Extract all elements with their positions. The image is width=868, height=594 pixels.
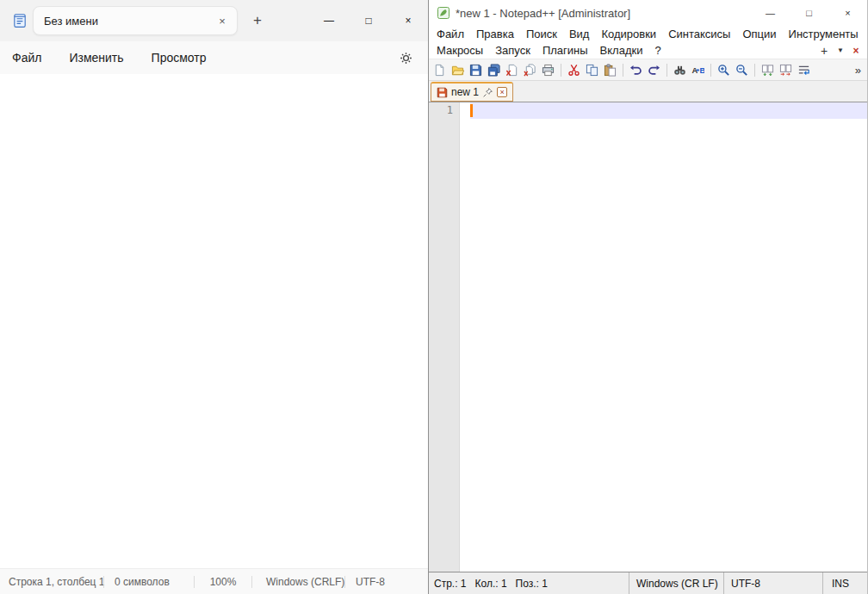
undo-button[interactable] bbox=[628, 62, 644, 78]
menu-edit[interactable]: Правка bbox=[470, 27, 520, 41]
close-all-files-icon bbox=[524, 64, 536, 77]
document-tab[interactable]: Без имени × bbox=[33, 6, 238, 35]
close-button[interactable]: × bbox=[388, 0, 428, 41]
redo-button[interactable] bbox=[646, 62, 662, 78]
cut-button[interactable] bbox=[566, 62, 582, 78]
text-area[interactable] bbox=[470, 102, 867, 572]
menu-encoding[interactable]: Кодировки bbox=[595, 27, 662, 41]
menu-row-2: Макросы Запуск Плагины Вкладки ? + ▼ × bbox=[431, 42, 865, 59]
npp-menubar: Файл Правка Поиск Вид Кодировки Синтакси… bbox=[429, 26, 867, 59]
pin-icon[interactable] bbox=[482, 87, 493, 98]
menu-edit[interactable]: Изменить bbox=[60, 46, 132, 70]
print-button[interactable] bbox=[540, 62, 556, 78]
menubar-extra-buttons: + ▼ × bbox=[816, 43, 865, 58]
zoom-level[interactable]: 100% bbox=[195, 576, 251, 588]
paste-icon bbox=[604, 64, 617, 77]
zoom-in-button[interactable] bbox=[716, 62, 732, 78]
open-file-button[interactable] bbox=[450, 62, 466, 78]
menu-language[interactable]: Синтаксисы bbox=[662, 27, 736, 41]
window-title: *new 1 - Notepad++ [Administrator] bbox=[456, 7, 630, 20]
menu-view[interactable]: Просмотр bbox=[143, 46, 215, 70]
replace-icon: AB bbox=[691, 64, 704, 77]
notepad-app-icon bbox=[12, 13, 28, 28]
save-all-button[interactable] bbox=[486, 62, 502, 78]
replace-button[interactable]: AB bbox=[690, 62, 706, 78]
undo-icon bbox=[629, 64, 642, 77]
menu-macro[interactable]: Макросы bbox=[431, 43, 489, 58]
cut-icon bbox=[567, 64, 580, 77]
menu-help[interactable]: ? bbox=[648, 43, 666, 58]
line-ending[interactable]: Windows (CR LF) bbox=[629, 572, 723, 594]
sync-vertical-scroll-icon bbox=[761, 64, 774, 77]
insert-mode[interactable]: INS bbox=[822, 572, 867, 594]
window-controls: — □ × bbox=[751, 0, 867, 26]
npp-titlebar: *new 1 - Notepad++ [Administrator] — □ × bbox=[429, 0, 867, 26]
copy-button[interactable] bbox=[584, 62, 600, 78]
menu-row-1: Файл Правка Поиск Вид Кодировки Синтакси… bbox=[431, 26, 865, 42]
paste-button[interactable] bbox=[602, 62, 618, 78]
sync-vertical-scroll-button[interactable] bbox=[760, 62, 776, 78]
npp-statusbar: Стр.: 1 Кол.: 1 Поз.: 1 Windows (CR LF) … bbox=[429, 572, 867, 594]
line-number-gutter: 1 bbox=[429, 102, 460, 572]
tab-title: Без имени bbox=[44, 15, 213, 28]
minimize-button[interactable]: — bbox=[309, 0, 349, 41]
menu-tools[interactable]: Инструменты bbox=[783, 27, 865, 41]
zoom-out-icon bbox=[735, 64, 748, 77]
npp-toolbar: AB » bbox=[429, 59, 867, 81]
toolbar-separator bbox=[561, 64, 561, 77]
zoom-out-button[interactable] bbox=[734, 62, 750, 78]
menu-window[interactable]: Вкладки bbox=[594, 43, 649, 58]
notepad-text-area[interactable] bbox=[0, 74, 428, 568]
gear-icon bbox=[400, 52, 412, 65]
document-tab[interactable]: new 1 × bbox=[431, 82, 513, 102]
word-wrap-button[interactable] bbox=[796, 62, 812, 78]
notepad-menubar: Файл Изменить Просмотр bbox=[0, 41, 428, 74]
new-document-button[interactable]: + bbox=[816, 43, 832, 58]
close-all-files-button[interactable] bbox=[522, 62, 538, 78]
menu-file[interactable]: Файл bbox=[3, 46, 50, 70]
find-button[interactable] bbox=[672, 62, 688, 78]
settings-button[interactable] bbox=[392, 44, 419, 71]
menu-search[interactable]: Поиск bbox=[520, 27, 563, 41]
menu-file[interactable]: Файл bbox=[431, 27, 470, 41]
print-icon bbox=[542, 64, 555, 77]
maximize-button[interactable]: □ bbox=[790, 0, 828, 26]
close-button[interactable]: × bbox=[828, 0, 867, 26]
zoom-in-icon bbox=[717, 64, 730, 77]
new-file-icon bbox=[433, 64, 446, 77]
tab-close-button[interactable]: × bbox=[497, 87, 507, 97]
chevron-down-icon[interactable]: ▼ bbox=[834, 43, 847, 58]
close-document-button[interactable]: × bbox=[849, 43, 863, 58]
current-line-highlight bbox=[470, 102, 867, 119]
maximize-button[interactable]: □ bbox=[349, 0, 388, 41]
menu-settings[interactable]: Опции bbox=[736, 27, 782, 41]
menu-view[interactable]: Вид bbox=[563, 27, 596, 41]
close-file-button[interactable] bbox=[504, 62, 520, 78]
cursor-position: Строка 1, столбец 1 bbox=[0, 576, 103, 588]
encoding[interactable]: UTF-8 bbox=[345, 576, 428, 588]
toolbar-separator bbox=[710, 64, 711, 77]
toolbar-separator bbox=[754, 64, 755, 77]
notepad-statusbar: Строка 1, столбец 1 0 символов 100% Wind… bbox=[0, 568, 428, 594]
toolbar-separator bbox=[623, 64, 623, 77]
sync-horizontal-scroll-button[interactable] bbox=[778, 62, 794, 78]
toolbar-overflow-button[interactable]: » bbox=[852, 64, 865, 77]
new-tab-button[interactable]: + bbox=[245, 8, 270, 34]
redo-icon bbox=[648, 64, 660, 77]
cursor-position: Стр.: 1 Кол.: 1 Поз.: 1 bbox=[429, 572, 629, 594]
tab-close-button[interactable]: × bbox=[213, 11, 232, 30]
minimize-button[interactable]: — bbox=[751, 0, 790, 26]
line-number: 1 bbox=[447, 104, 453, 116]
encoding[interactable]: UTF-8 bbox=[723, 572, 822, 594]
npp-editor[interactable]: 1 bbox=[429, 102, 867, 572]
new-file-button[interactable] bbox=[431, 62, 448, 78]
line-ending[interactable]: Windows (CRLF) bbox=[252, 576, 344, 588]
npp-tabbar: new 1 × bbox=[429, 81, 867, 102]
menu-run[interactable]: Запуск bbox=[489, 43, 536, 58]
close-file-icon bbox=[505, 64, 518, 77]
save-button[interactable] bbox=[468, 62, 484, 78]
menu-plugins[interactable]: Плагины bbox=[536, 43, 594, 58]
notepad-window: Без имени × + — □ × Файл Изменить Просмо… bbox=[0, 0, 428, 594]
window-controls: — □ × bbox=[309, 0, 428, 41]
save-all-icon bbox=[487, 64, 500, 77]
